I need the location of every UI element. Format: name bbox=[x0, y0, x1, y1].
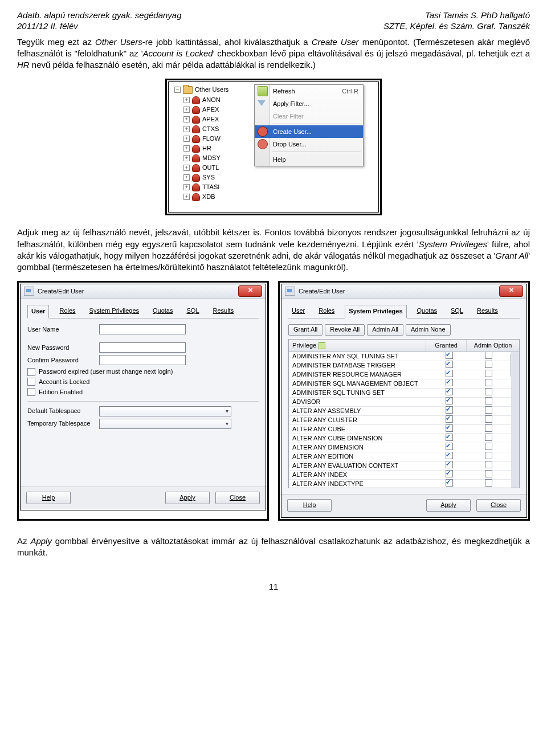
tab-sql[interactable]: SQL bbox=[183, 305, 202, 318]
admin-option-checkbox[interactable] bbox=[485, 370, 492, 377]
window-close-button[interactable]: ✕ bbox=[499, 285, 523, 297]
table-row[interactable]: ALTER ANY CUBE DIMENSION bbox=[289, 434, 511, 443]
tab-roles[interactable]: Roles bbox=[56, 305, 79, 318]
tree-expand-icon[interactable]: + bbox=[183, 155, 190, 161]
table-row[interactable]: ALTER ANY CUBE bbox=[289, 425, 511, 434]
col-granted[interactable]: Granted bbox=[426, 340, 467, 352]
menu-apply-filter[interactable]: Apply Filter... bbox=[255, 97, 363, 110]
table-row[interactable]: ALTER ANY CLUSTER bbox=[289, 416, 511, 425]
grant-all-button[interactable]: Grant All bbox=[288, 324, 323, 336]
granted-checkbox[interactable] bbox=[446, 406, 453, 414]
admin-option-checkbox[interactable] bbox=[485, 461, 492, 468]
table-row[interactable]: ALTER ANY DIMENSION bbox=[289, 443, 511, 452]
granted-checkbox[interactable] bbox=[446, 415, 453, 423]
close-button[interactable]: Close bbox=[476, 499, 521, 512]
table-row[interactable]: ADMINISTER SQL MANAGEMENT OBJECT bbox=[289, 379, 511, 389]
table-row[interactable]: ALTER ANY INDEXTYPE bbox=[289, 480, 511, 488]
tab-quotas[interactable]: Quotas bbox=[149, 305, 176, 318]
revoke-all-button[interactable]: Revoke All bbox=[325, 324, 365, 336]
admin-all-button[interactable]: Admin All bbox=[367, 324, 403, 336]
input-new-password[interactable] bbox=[99, 342, 186, 353]
tree-expand-icon[interactable]: + bbox=[183, 136, 190, 142]
granted-checkbox[interactable] bbox=[446, 370, 453, 377]
tab-user[interactable]: User bbox=[27, 305, 49, 318]
tree-item[interactable]: +TTASI bbox=[183, 182, 376, 192]
table-row[interactable]: ADMINISTER RESOURCE MANAGER bbox=[289, 370, 511, 379]
granted-checkbox[interactable] bbox=[446, 424, 453, 432]
admin-option-checkbox[interactable] bbox=[485, 352, 492, 359]
table-row[interactable]: ALTER ANY EVALUATION CONTEXT bbox=[289, 461, 511, 471]
tab-results[interactable]: Results bbox=[210, 305, 238, 318]
admin-option-checkbox[interactable] bbox=[485, 424, 492, 432]
table-row[interactable]: ALTER ANY ASSEMBLY bbox=[289, 407, 511, 416]
tab-sql[interactable]: SQL bbox=[447, 305, 467, 318]
scrollbar-thumb[interactable] bbox=[511, 353, 519, 377]
tree-expand-icon[interactable]: + bbox=[183, 184, 190, 190]
checkbox-edition-enabled[interactable] bbox=[27, 388, 35, 396]
apply-button[interactable]: Apply bbox=[165, 492, 210, 504]
tree-expand-icon[interactable]: + bbox=[183, 194, 190, 200]
col-privilege[interactable]: Privilege bbox=[289, 340, 426, 352]
tab-system-privileges[interactable]: System Privileges bbox=[86, 305, 142, 318]
granted-checkbox[interactable] bbox=[446, 379, 453, 386]
tree-expand-icon[interactable]: + bbox=[183, 165, 190, 171]
tree-expand-icon[interactable]: + bbox=[183, 116, 190, 122]
tree-expand-icon[interactable]: + bbox=[183, 145, 190, 152]
tree-collapse-icon[interactable]: − bbox=[174, 87, 181, 93]
tab-roles[interactable]: Roles bbox=[315, 305, 338, 318]
col-admin-option[interactable]: Admin Option bbox=[467, 340, 519, 352]
admin-option-checkbox[interactable] bbox=[485, 452, 492, 459]
granted-checkbox[interactable] bbox=[446, 443, 453, 450]
tab-quotas[interactable]: Quotas bbox=[414, 305, 440, 318]
apply-button[interactable]: Apply bbox=[426, 499, 471, 512]
granted-checkbox[interactable] bbox=[446, 479, 453, 487]
input-confirm-password[interactable] bbox=[99, 355, 186, 365]
menu-create-user[interactable]: Create User... bbox=[255, 125, 363, 138]
tree-root-label[interactable]: Other Users bbox=[195, 85, 228, 94]
window-close-button[interactable]: ✕ bbox=[238, 285, 262, 297]
tree-expand-icon[interactable]: + bbox=[183, 107, 190, 113]
admin-option-checkbox[interactable] bbox=[485, 379, 492, 386]
admin-option-checkbox[interactable] bbox=[485, 415, 492, 423]
admin-option-checkbox[interactable] bbox=[485, 479, 492, 487]
granted-checkbox[interactable] bbox=[446, 388, 453, 395]
admin-none-button[interactable]: Admin None bbox=[406, 324, 451, 336]
tree-expand-icon[interactable]: + bbox=[183, 97, 190, 103]
admin-option-checkbox[interactable] bbox=[485, 388, 492, 395]
table-row[interactable]: ALTER ANY INDEX bbox=[289, 471, 511, 480]
tree-item[interactable]: +SYS bbox=[183, 173, 376, 182]
table-row[interactable]: ADVISOR bbox=[289, 398, 511, 407]
granted-checkbox[interactable] bbox=[446, 397, 453, 404]
menu-help[interactable]: Help bbox=[255, 153, 363, 166]
admin-option-checkbox[interactable] bbox=[485, 361, 492, 368]
granted-checkbox[interactable] bbox=[446, 434, 453, 441]
granted-checkbox[interactable] bbox=[446, 361, 453, 368]
admin-option-checkbox[interactable] bbox=[485, 397, 492, 404]
granted-checkbox[interactable] bbox=[446, 470, 453, 477]
close-button[interactable]: Close bbox=[215, 492, 260, 504]
tree-item[interactable]: +XDB bbox=[183, 192, 376, 202]
admin-option-checkbox[interactable] bbox=[485, 443, 492, 450]
dropdown-default-tablespace[interactable] bbox=[99, 406, 231, 416]
checkbox-account-locked[interactable] bbox=[27, 378, 35, 386]
tree-expand-icon[interactable]: + bbox=[183, 174, 190, 181]
admin-option-checkbox[interactable] bbox=[485, 470, 492, 477]
admin-option-checkbox[interactable] bbox=[485, 434, 492, 441]
menu-drop-user[interactable]: Drop User... bbox=[255, 138, 363, 150]
table-row[interactable]: ADMINISTER SQL TUNING SET bbox=[289, 389, 511, 398]
tab-results[interactable]: Results bbox=[473, 305, 501, 318]
granted-checkbox[interactable] bbox=[446, 352, 453, 359]
tab-system-privileges[interactable]: System Privileges bbox=[345, 305, 406, 318]
input-user-name[interactable] bbox=[99, 324, 186, 334]
granted-checkbox[interactable] bbox=[446, 452, 453, 459]
menu-refresh[interactable]: Refresh Ctrl-R bbox=[255, 85, 363, 97]
help-button[interactable]: Help bbox=[26, 492, 71, 504]
table-row[interactable]: ADMINISTER DATABASE TRIGGER bbox=[289, 361, 511, 370]
dropdown-temporary-tablespace[interactable] bbox=[99, 419, 231, 429]
admin-option-checkbox[interactable] bbox=[485, 406, 492, 414]
help-button[interactable]: Help bbox=[287, 499, 332, 512]
table-row[interactable]: ADMINISTER ANY SQL TUNING SET bbox=[289, 352, 511, 361]
tab-user[interactable]: User bbox=[288, 305, 308, 318]
granted-checkbox[interactable] bbox=[446, 461, 453, 468]
checkbox-password-expired[interactable] bbox=[27, 368, 35, 376]
